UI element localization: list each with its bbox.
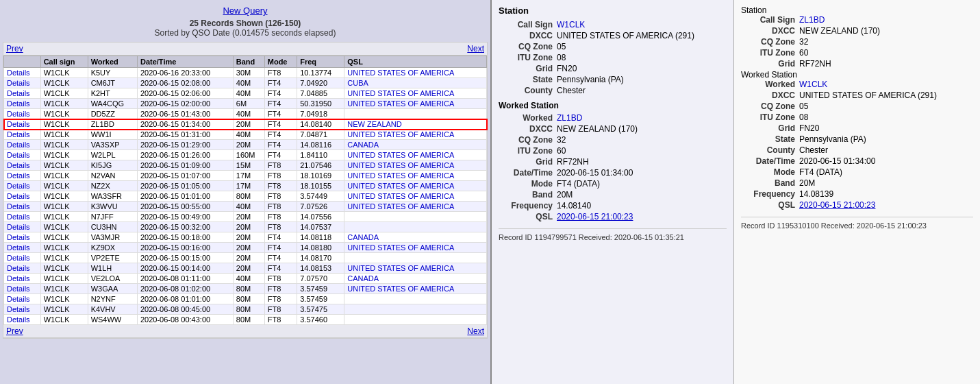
freq-cell: 14.08116 xyxy=(297,140,344,150)
freq-cell: 7.04918 xyxy=(297,109,344,119)
col-header-band: Band xyxy=(233,56,264,68)
next-link-bottom[interactable]: Next xyxy=(467,326,484,336)
detail-link[interactable]: Details xyxy=(7,315,30,324)
left-qsl-link[interactable]: 2020-06-15 21:00:23 xyxy=(557,212,633,221)
left-record-id: Record ID 1194799571 Received: 2020-06-1… xyxy=(499,228,727,241)
prev-link-top[interactable]: Prev xyxy=(6,44,23,53)
detail-link[interactable]: Details xyxy=(7,305,30,313)
datetime-cell: 2020-06-15 00:32:00 xyxy=(137,222,233,232)
detail-link[interactable]: Details xyxy=(7,79,30,87)
worked-cell: CM6JT xyxy=(88,78,137,88)
detail-link[interactable]: Details xyxy=(7,151,30,159)
right-itu-row: ITU Zone 60 xyxy=(741,48,973,58)
detail-cell: Details xyxy=(4,160,41,171)
mode-cell: FT4 xyxy=(264,78,297,88)
qsl-link[interactable]: CANADA xyxy=(347,274,379,283)
qsl-link[interactable]: UNITED STATES OF AMERICA xyxy=(347,69,454,77)
left-callsign-row: Call Sign W1CLK xyxy=(499,20,727,29)
detail-link[interactable]: Details xyxy=(7,171,30,180)
qsl-link[interactable]: UNITED STATES OF AMERICA xyxy=(347,171,454,180)
qsl-link[interactable]: UNITED STATES OF AMERICA xyxy=(347,151,454,159)
mode-cell: FT4 xyxy=(264,150,297,160)
detail-link[interactable]: Details xyxy=(7,264,30,272)
detail-cell: Details xyxy=(4,181,41,191)
detail-link[interactable]: Details xyxy=(7,141,30,149)
qsl-link[interactable]: UNITED STATES OF AMERICA xyxy=(347,89,454,97)
detail-link[interactable]: Details xyxy=(7,243,30,252)
qsl-link[interactable]: UNITED STATES OF AMERICA xyxy=(347,192,454,200)
detail-link[interactable]: Details xyxy=(7,89,30,97)
qsl-link[interactable]: CANADA xyxy=(347,233,379,241)
left-band-value: 20M xyxy=(557,190,727,200)
qsl-link[interactable]: NEW ZEALAND xyxy=(347,120,401,128)
prev-link-bottom[interactable]: Prev xyxy=(6,326,23,336)
detail-cell: Details xyxy=(4,202,41,212)
right-state-row: State Pennsylvania (PA) xyxy=(741,134,973,144)
right-band-value: 20M xyxy=(799,178,973,188)
left-worked-label: Worked xyxy=(499,113,557,123)
qsl-link[interactable]: UNITED STATES OF AMERICA xyxy=(347,161,454,169)
qsl-link[interactable]: UNITED STATES OF AMERICA xyxy=(347,243,454,252)
left-itu-row: ITU Zone 08 xyxy=(499,53,727,62)
detail-link[interactable]: Details xyxy=(7,69,30,77)
next-link-top[interactable]: Next xyxy=(467,44,484,53)
left-worked-dxcc-label: DXCC xyxy=(499,124,557,134)
detail-link[interactable]: Details xyxy=(7,202,30,211)
callsign-cell: W1CLK xyxy=(40,284,88,294)
detail-link[interactable]: Details xyxy=(7,182,30,190)
left-band-row: Band 20M xyxy=(499,190,727,200)
table-row: DetailsW1CLKWW1I2020-06-15 01:31:0040MFT… xyxy=(4,130,487,140)
qsl-link[interactable]: UNITED STATES OF AMERICA xyxy=(347,202,454,211)
detail-link[interactable]: Details xyxy=(7,99,30,108)
right-qsl-link[interactable]: 2020-06-15 21:00:23 xyxy=(799,200,875,210)
qsl-link[interactable]: UNITED STATES OF AMERICA xyxy=(347,99,454,108)
worked-cell: KZ9DX xyxy=(88,243,137,253)
detail-link[interactable]: Details xyxy=(7,130,30,139)
datetime-cell: 2020-06-15 00:15:00 xyxy=(137,253,233,263)
right-dxcc-value: NEW ZEALAND (170) xyxy=(799,26,973,36)
worked-cell: VP2ETE xyxy=(88,253,137,263)
detail-link[interactable]: Details xyxy=(7,213,30,221)
detail-link[interactable]: Details xyxy=(7,110,30,118)
left-freq-label: Frequency xyxy=(499,201,557,211)
right-qsl-row: QSL 2020-06-15 21:00:23 xyxy=(741,200,973,210)
freq-cell: 7.04871 xyxy=(297,130,344,140)
qsl-link[interactable]: UNITED STATES OF AMERICA xyxy=(347,182,454,190)
qsl-cell xyxy=(344,109,487,119)
worked-cell: ZL1BD xyxy=(88,119,137,130)
qsl-link[interactable]: CANADA xyxy=(347,141,379,149)
detail-cell: Details xyxy=(4,263,41,274)
callsign-cell: W1CLK xyxy=(40,150,88,160)
right-callsign-label: Call Sign xyxy=(741,15,799,25)
qsl-link[interactable]: UNITED STATES OF AMERICA xyxy=(347,130,454,139)
detail-link[interactable]: Details xyxy=(7,233,30,241)
table-row: DetailsW1CLKWS4WW2020-06-08 00:43:0080MF… xyxy=(4,315,487,325)
left-freq-value: 14.08140 xyxy=(557,201,727,211)
detail-link[interactable]: Details xyxy=(7,120,30,128)
right-grid-row: Grid RF72NH xyxy=(741,59,973,69)
new-query-link[interactable]: New Query xyxy=(223,5,267,16)
qsl-cell xyxy=(344,315,487,325)
freq-cell: 14.07537 xyxy=(297,222,344,232)
left-qsl-value: 2020-06-15 21:00:23 xyxy=(557,212,727,221)
qsl-cell xyxy=(344,222,487,232)
qsl-link[interactable]: CUBA xyxy=(347,79,368,87)
mode-cell: FT8 xyxy=(264,68,297,78)
detail-link[interactable]: Details xyxy=(7,192,30,200)
mode-cell: FT8 xyxy=(264,222,297,232)
records-info: 25 Records Shown (126-150) Sorted by QSO… xyxy=(3,19,488,38)
qsl-link[interactable]: UNITED STATES OF AMERICA xyxy=(347,264,454,272)
right-county-row: County Chester xyxy=(741,145,973,155)
right-state-label: State xyxy=(741,134,799,144)
table-row: DetailsW1CLKK2HT2020-06-15 02:06:0040MFT… xyxy=(4,88,487,99)
datetime-cell: 2020-06-16 20:33:00 xyxy=(137,68,233,78)
detail-link[interactable]: Details xyxy=(7,295,30,303)
detail-link[interactable]: Details xyxy=(7,285,30,293)
band-cell: 20M xyxy=(233,263,264,274)
detail-link[interactable]: Details xyxy=(7,161,30,169)
detail-link[interactable]: Details xyxy=(7,254,30,262)
right-worked-itu-label: ITU Zone xyxy=(741,112,799,122)
qsl-link[interactable]: UNITED STATES OF AMERICA xyxy=(347,285,454,293)
detail-link[interactable]: Details xyxy=(7,223,30,231)
detail-link[interactable]: Details xyxy=(7,274,30,283)
